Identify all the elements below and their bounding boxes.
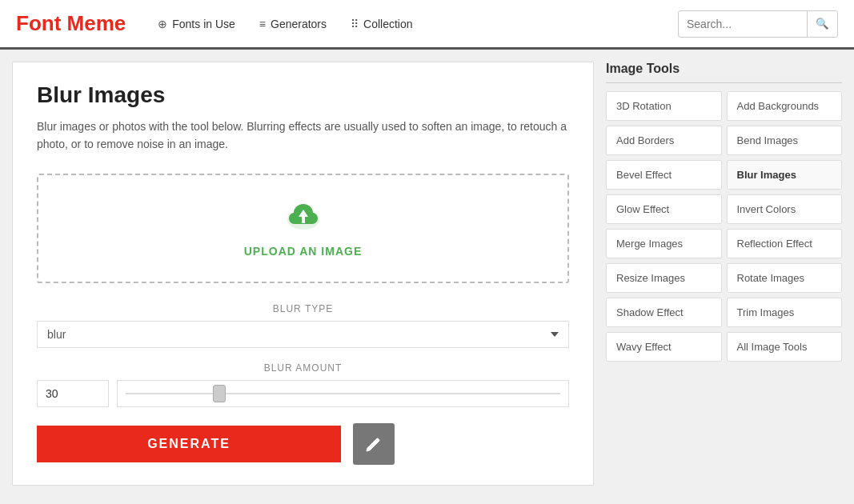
blur-amount-label: BLUR AMOUNT [37,362,569,374]
nav-fonts-in-use[interactable]: ⊕ Fonts in Use [158,18,235,30]
nav-collection-label: Collection [363,18,412,30]
tool-item-wavy-effect[interactable]: Wavy Effect [606,332,722,362]
list-icon: ≡ [259,18,266,30]
tool-item-all-image-tools[interactable]: All Image Tools [727,332,843,362]
image-tools-title: Image Tools [606,62,842,83]
nav: ⊕ Fonts in Use ≡ Generators ⠿ Collection [158,18,678,30]
tool-item-3d-rotation[interactable]: 3D Rotation [606,91,722,121]
upload-area[interactable]: UPLOAD AN IMAGE [37,174,569,283]
nav-collection[interactable]: ⠿ Collection [351,18,412,30]
logo[interactable]: Font Meme [16,11,126,36]
search-button[interactable]: 🔍 [807,11,837,37]
upload-label: UPLOAD AN IMAGE [54,245,551,258]
tool-item-glow-effect[interactable]: Glow Effect [606,194,722,224]
nav-generators-label: Generators [271,18,327,30]
slider-thumb[interactable] [213,385,226,402]
tool-item-merge-images[interactable]: Merge Images [606,229,722,258]
search-box: 🔍 [678,10,838,38]
nav-fonts-in-use-label: Fonts in Use [172,18,235,30]
tool-item-rotate-images[interactable]: Rotate Images [727,263,843,293]
header: Font Meme ⊕ Fonts in Use ≡ Generators ⠿ … [0,0,854,50]
edit-button[interactable] [353,423,395,465]
main-layout: Blur Images Blur images or photos with t… [0,50,854,498]
slider-track [126,393,560,394]
tool-item-bend-images[interactable]: Bend Images [727,126,843,155]
grid-icon: ⠿ [351,18,359,30]
tool-item-trim-images[interactable]: Trim Images [727,298,843,327]
search-input[interactable] [679,18,807,30]
upload-cloud-icon [54,199,551,238]
tool-item-add-backgrounds[interactable]: Add Backgrounds [727,91,843,121]
tool-item-reflection-effect[interactable]: Reflection Effect [727,229,843,258]
generate-button[interactable]: GENERATE [37,426,341,462]
tool-item-blur-images[interactable]: Blur Images [727,160,843,190]
blur-value-input[interactable] [37,380,109,407]
left-panel: Blur Images Blur images or photos with t… [12,62,594,486]
blur-type-label: BLUR TYPE [37,303,569,314]
tool-item-invert-colors[interactable]: Invert Colors [727,194,843,224]
tools-grid: 3D RotationAdd BackgroundsAdd BordersBen… [606,91,842,362]
bottom-row: GENERATE [37,423,569,465]
tool-item-add-borders[interactable]: Add Borders [606,126,722,155]
blur-slider[interactable] [117,380,569,407]
target-icon: ⊕ [158,18,167,30]
tool-item-resize-images[interactable]: Resize Images [606,263,722,293]
page-title: Blur Images [37,82,569,108]
nav-generators[interactable]: ≡ Generators [259,18,327,30]
pencil-icon [365,435,383,453]
tool-item-shadow-effect[interactable]: Shadow Effect [606,298,722,327]
blur-type-select[interactable]: blur gaussian motion [37,321,569,348]
blur-amount-row [37,380,569,407]
tool-item-bevel-effect[interactable]: Bevel Effect [606,160,722,190]
right-panel: Image Tools 3D RotationAdd BackgroundsAd… [606,62,842,486]
page-description: Blur images or photos with the tool belo… [37,118,569,154]
